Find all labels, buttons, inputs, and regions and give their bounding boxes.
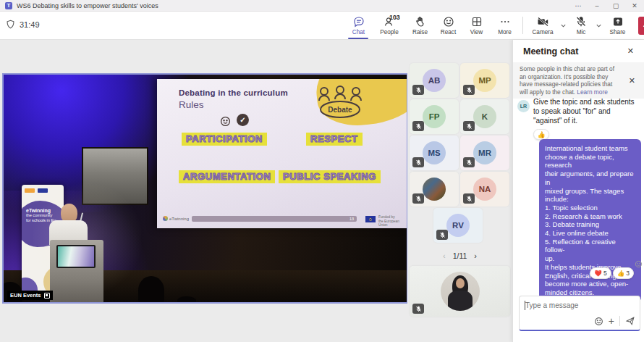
participant-tile[interactable]: FP — [410, 99, 459, 134]
participant-tile[interactable]: NA — [460, 172, 509, 207]
meeting-toolbar: 31:49 Chat 103 People Raise React View M… — [0, 12, 644, 40]
audience-silhouette — [138, 276, 164, 304]
share-button[interactable]: Share — [603, 12, 632, 39]
leave-button[interactable]: Leave — [638, 17, 644, 35]
mic-label: Mic — [577, 29, 586, 36]
camera-label: Camera — [532, 29, 553, 36]
participant-tile[interactable]: MS — [410, 135, 459, 170]
webcam-photo — [441, 272, 480, 311]
learn-more-link[interactable]: Learn more — [577, 88, 607, 96]
slide-subtitle: Rules — [179, 99, 204, 110]
share-label: Share — [610, 29, 626, 36]
mic-off-icon — [575, 16, 587, 28]
mic-button[interactable]: Mic — [568, 12, 594, 39]
participant-tile[interactable]: AB — [410, 63, 459, 98]
shared-screen-video[interactable]: eTwinning the community for schools in E… — [2, 73, 408, 304]
view-button[interactable]: View — [462, 12, 491, 39]
avatar: NA — [473, 178, 496, 201]
slide-progress-bar: 13 — [192, 216, 357, 222]
reaction-badge[interactable]: ❤️5 — [590, 267, 611, 279]
slide-keyword: PUBLIC SPEAKING — [279, 170, 381, 183]
raised-hand-icon — [415, 16, 426, 28]
camera-options-chevron[interactable] — [559, 12, 568, 39]
chat-icon — [353, 16, 365, 28]
chat-label: Chat — [352, 29, 365, 36]
debate-table-icon: Debate — [313, 84, 367, 120]
mic-options-chevron[interactable] — [594, 12, 603, 39]
attach-plus-icon[interactable]: + — [609, 317, 614, 325]
people-count-badge: 103 — [389, 14, 400, 21]
avatar: K — [473, 105, 496, 128]
view-grid-icon — [471, 16, 483, 28]
eun-events-watermark: EUN Events — [7, 291, 53, 300]
send-message-icon[interactable] — [625, 316, 635, 326]
react-smiley-icon — [443, 16, 454, 28]
avatar: AB — [423, 69, 446, 92]
slide-keyword: RESPECT — [306, 133, 363, 146]
chat-button[interactable]: Chat — [344, 12, 373, 39]
timer-value: 31:49 — [20, 20, 40, 29]
pager-next-chevron[interactable]: › — [474, 251, 477, 260]
webcam-tile[interactable] — [410, 266, 510, 317]
window-maximize-button[interactable]: ▢ — [606, 0, 625, 12]
chat-close-icon[interactable]: ✕ — [627, 46, 634, 56]
react-label: React — [441, 29, 456, 36]
eun-grid-icon — [44, 293, 50, 299]
more-button[interactable]: More — [491, 12, 519, 39]
people-button[interactable]: 103 People — [373, 12, 406, 39]
muted-mic-badge — [412, 85, 424, 95]
muted-mic-badge — [412, 157, 424, 167]
chevron-down-icon — [596, 22, 602, 29]
avatar: FP — [423, 105, 446, 128]
org-policy-notice: Some people in this chat are part of an … — [513, 62, 644, 99]
participant-tile[interactable]: MR — [460, 135, 509, 170]
avatar: LR — [517, 100, 530, 112]
smiley-icon — [220, 116, 231, 127]
participant-tile[interactable]: RV — [433, 208, 483, 243]
participant-tile[interactable] — [410, 172, 459, 207]
raise-hand-button[interactable]: Raise — [406, 12, 434, 39]
chevron-down-icon — [560, 22, 567, 29]
meeting-chat-panel: Meeting chat ✕ Some people in this chat … — [512, 40, 644, 342]
teams-logo-icon — [5, 2, 12, 9]
chat-panel-title: Meeting chat — [523, 46, 578, 57]
camera-button[interactable]: Camera — [527, 12, 559, 39]
chat-message[interactable]: LR Give the topic and ask students to sp… — [516, 98, 640, 125]
reaction-badge[interactable]: 👍3 — [613, 267, 634, 279]
podium — [50, 240, 103, 304]
avatar: MR — [473, 141, 496, 164]
more-label: More — [498, 29, 512, 36]
window-more-button[interactable]: ⋯ — [569, 0, 588, 12]
window-title: WS6 Debating skills to empower students'… — [17, 2, 158, 9]
message-text: Give the topic and ask students to speak… — [533, 98, 640, 125]
window-minimize-button[interactable]: – — [588, 0, 606, 12]
podium-screen — [56, 245, 96, 268]
muted-mic-badge — [463, 157, 475, 167]
add-reaction-icon[interactable] — [635, 260, 643, 268]
react-button[interactable]: React — [434, 12, 462, 39]
shield-icon — [6, 20, 15, 29]
participant-tile[interactable]: K — [460, 99, 509, 134]
etwinning-logo: eTwinning — [163, 216, 189, 221]
muted-mic-badge — [412, 304, 424, 314]
muted-mic-badge — [436, 230, 448, 240]
avatar: MS — [423, 141, 446, 164]
participants-pager: ‹ 1/11 › — [407, 250, 512, 262]
avatar: MP — [473, 69, 496, 92]
notice-close-icon[interactable]: ✕ — [629, 76, 635, 86]
participant-tile[interactable]: MP — [460, 63, 509, 98]
more-ellipsis-icon — [499, 16, 511, 28]
view-label: View — [470, 29, 483, 36]
audience-silhouette — [177, 296, 196, 304]
window-close-button[interactable]: ✕ — [625, 0, 644, 12]
input-divider — [619, 316, 620, 326]
pager-prev-chevron[interactable]: ‹ — [443, 251, 446, 260]
meeting-timer: 31:49 — [6, 20, 40, 29]
emoji-picker-icon[interactable] — [594, 317, 603, 326]
pager-page-indicator: 1/11 — [453, 251, 467, 260]
svg-text:Debate: Debate — [328, 106, 352, 114]
raise-label: Raise — [412, 29, 428, 36]
avatar: RV — [446, 214, 470, 237]
reaction-badge[interactable]: 👍 — [533, 129, 549, 140]
chat-input[interactable]: Type a message + — [519, 296, 640, 331]
